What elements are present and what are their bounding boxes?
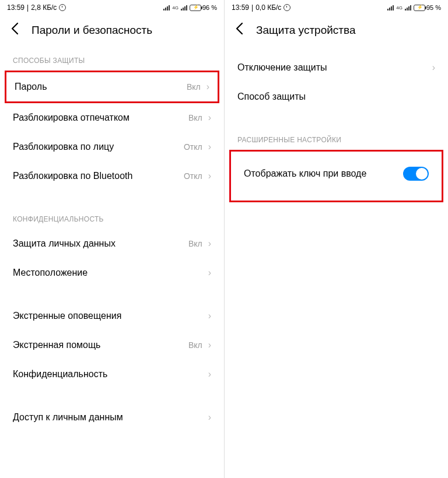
status-speed: 2,8 КБ/с	[31, 3, 57, 12]
item-label: Разблокировка отпечатком	[13, 113, 130, 123]
status-bar: 13:59 | 0,0 КБ/с 4G 95 %	[225, 0, 448, 14]
battery-indicator: 95 %	[414, 4, 441, 11]
section-header-protection: СПОСОБЫ ЗАЩИТЫ	[0, 46, 224, 71]
chevron-right-icon: ›	[208, 311, 211, 321]
item-personal-data-protection[interactable]: Защита личных данных Вкл ›	[0, 229, 224, 258]
battery-icon	[414, 5, 425, 11]
back-button[interactable]	[235, 22, 243, 38]
item-fingerprint[interactable]: Разблокировка отпечатком Вкл ›	[0, 103, 224, 132]
back-button[interactable]	[10, 22, 19, 38]
chevron-right-icon: ›	[208, 412, 211, 423]
section-header-advanced: РАСШИРЕННЫЕ НАСТРОЙКИ	[225, 125, 448, 150]
item-label: Способ защиты	[237, 92, 306, 102]
signal-icon-2	[181, 5, 187, 10]
item-label: Разблокировка по лицу	[13, 142, 114, 152]
alarm-icon	[59, 4, 66, 11]
battery-pct: 96 %	[202, 4, 217, 11]
item-value: Откл	[184, 171, 202, 181]
status-left: 13:59 | 0,0 КБ/с	[232, 3, 290, 12]
status-divider: |	[251, 3, 253, 12]
chevron-right-icon: ›	[432, 62, 435, 73]
item-value: Вкл	[187, 82, 201, 92]
item-confidentiality[interactable]: Конфиденциальность ›	[0, 360, 224, 389]
status-bar: 13:59 | 2,8 КБ/с 4G 96 %	[0, 0, 224, 14]
highlight-show-key: Отображать ключ при вводе	[229, 150, 443, 202]
status-time: 13:59	[7, 3, 24, 12]
item-location[interactable]: Местоположение ›	[0, 258, 224, 287]
battery-icon	[190, 5, 201, 11]
item-label: Доступ к личным данным	[13, 412, 123, 423]
item-face-unlock[interactable]: Разблокировка по лицу Откл ›	[0, 132, 224, 161]
page-header: Пароли и безопасность	[0, 14, 224, 46]
item-password[interactable]: Пароль Вкл ›	[5, 71, 219, 103]
signal-icon	[387, 5, 394, 10]
item-emergency-help[interactable]: Экстренная помощь Вкл ›	[0, 331, 224, 360]
phone-right: 13:59 | 0,0 КБ/с 4G 95 % Защита устройст…	[224, 0, 448, 478]
status-left: 13:59 | 2,8 КБ/с	[7, 3, 66, 12]
page-header: Защита устройства	[225, 14, 448, 46]
signal-icon	[163, 5, 170, 10]
page-title: Пароли и безопасность	[32, 24, 152, 37]
phone-left: 13:59 | 2,8 КБ/с 4G 96 % Пароли и безопа…	[0, 0, 224, 478]
battery-pct: 95 %	[426, 4, 441, 11]
item-label: Отображать ключ при вводе	[244, 168, 366, 179]
item-value: Вкл	[188, 113, 202, 122]
chevron-right-icon: ›	[208, 268, 211, 278]
item-disable-protection[interactable]: Отключение защиты ›	[225, 53, 448, 82]
item-value: Откл	[184, 142, 202, 152]
chevron-right-icon: ›	[208, 142, 211, 152]
item-personal-data-access[interactable]: Доступ к личным данным ›	[0, 403, 224, 432]
status-right: 4G 95 %	[387, 4, 441, 11]
chevron-right-icon: ›	[208, 113, 211, 123]
item-label: Защита личных данных	[13, 238, 116, 249]
item-label: Экстренная помощь	[13, 340, 100, 350]
network-label: 4G	[172, 5, 178, 10]
chevron-right-icon: ›	[208, 369, 211, 379]
status-divider: |	[27, 3, 29, 12]
item-value: Вкл	[188, 340, 202, 350]
item-emergency-alerts[interactable]: Экстренные оповещения ›	[0, 301, 224, 331]
status-speed: 0,0 КБ/с	[256, 3, 281, 12]
page-title: Защита устройства	[256, 24, 356, 37]
item-label: Экстренные оповещения	[13, 311, 121, 321]
item-bluetooth-unlock[interactable]: Разблокировка по Bluetooth Откл ›	[0, 161, 224, 191]
signal-icon-2	[405, 5, 411, 10]
item-label: Разблокировка по Bluetooth	[13, 171, 132, 181]
item-label: Отключение защиты	[237, 62, 327, 73]
chevron-right-icon: ›	[206, 82, 209, 92]
battery-indicator: 96 %	[190, 4, 217, 11]
item-label: Пароль	[15, 82, 47, 92]
item-label: Местоположение	[13, 268, 88, 278]
item-show-key-on-input[interactable]: Отображать ключ при вводе	[231, 152, 442, 201]
status-time: 13:59	[232, 3, 249, 12]
network-label: 4G	[396, 5, 402, 10]
alarm-icon	[284, 4, 290, 11]
chevron-right-icon: ›	[208, 238, 211, 249]
item-protection-method[interactable]: Способ защиты	[225, 82, 448, 111]
item-label: Конфиденциальность	[13, 369, 107, 379]
status-right: 4G 96 %	[163, 4, 217, 11]
chevron-right-icon: ›	[208, 171, 211, 181]
item-value: Вкл	[188, 239, 202, 248]
toggle-show-key[interactable]	[403, 167, 429, 181]
section-header-privacy: КОНФИДЕНЦИАЛЬНОСТЬ	[0, 205, 224, 229]
chevron-right-icon: ›	[208, 340, 211, 350]
